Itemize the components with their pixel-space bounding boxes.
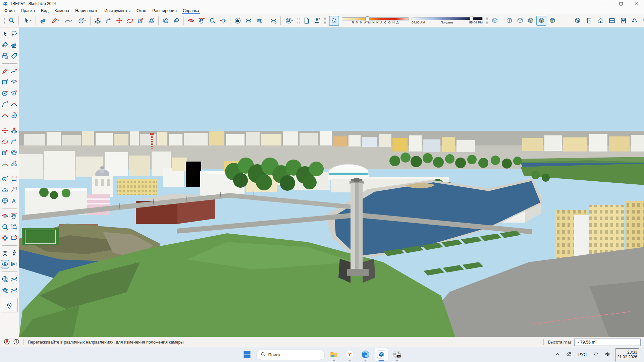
clock[interactable]: 23:33 21.02.2026: [615, 348, 639, 361]
toolbar-flip[interactable]: [146, 16, 156, 26]
toolbar-select[interactable]: ▾: [21, 16, 34, 26]
tool-zoom-extents[interactable]: [1, 234, 9, 242]
tool-three-point-arc[interactable]: [1, 111, 9, 120]
dropdown-caret-icon[interactable]: ▾: [57, 19, 59, 22]
menu-item-окно[interactable]: Окно: [133, 7, 149, 14]
tool-follow-me[interactable]: [10, 137, 18, 146]
toolbar-avatar[interactable]: ▾: [283, 16, 296, 26]
tool-move[interactable]: [1, 126, 9, 135]
tool-paint-bucket[interactable]: [1, 41, 9, 49]
toolbar-building-tool[interactable]: [595, 16, 605, 26]
toolbar-paint-bucket[interactable]: [171, 16, 181, 26]
tool-swap-objects[interactable]: [10, 275, 18, 284]
tool-location-pin[interactable]: [5, 301, 14, 310]
tool-swap-settings[interactable]: [10, 286, 18, 295]
toolbar-add-collaborator[interactable]: [312, 16, 322, 26]
date-slider-handle[interactable]: [366, 16, 369, 22]
language-indicator[interactable]: РУС: [577, 351, 588, 358]
toolbar-drag-grip[interactable]: [2, 16, 5, 25]
tool-freehand[interactable]: [10, 67, 18, 75]
menu-item-инструменты[interactable]: Инструменты: [101, 7, 133, 14]
toolbar-two-point-arc[interactable]: ▾: [62, 16, 75, 26]
wifi-button[interactable]: [592, 350, 600, 359]
tool-line[interactable]: [1, 67, 9, 75]
style-monochrome-mode[interactable]: [547, 16, 557, 26]
time-slider-handle[interactable]: [470, 16, 473, 21]
tool-rotate[interactable]: [1, 137, 9, 146]
toolbar-orbit[interactable]: [186, 16, 196, 26]
tool-tag[interactable]: [10, 52, 18, 60]
tool-select[interactable]: [1, 29, 9, 38]
style-shaded-textures-mode[interactable]: [536, 16, 546, 26]
tool-scale[interactable]: [1, 148, 9, 157]
tool-rectangle[interactable]: [1, 78, 9, 86]
menu-item-вид[interactable]: Вид: [38, 7, 52, 14]
tool-layer-export[interactable]: [1, 286, 9, 295]
toolbar-layer-export[interactable]: [254, 16, 264, 26]
file-explorer-button[interactable]: [327, 348, 341, 361]
toolbar-offset[interactable]: [161, 16, 171, 26]
tool-push-pull[interactable]: [10, 126, 18, 135]
toolbar-roof-tool[interactable]: [630, 16, 640, 26]
tool-flip[interactable]: [10, 159, 18, 168]
tool-pan[interactable]: [10, 212, 18, 220]
tool-protractor[interactable]: [1, 185, 9, 194]
3d-viewport[interactable]: [19, 27, 644, 337]
toolbar-scale[interactable]: [136, 16, 146, 26]
style-xray-mode[interactable]: [490, 16, 500, 26]
google-earth-button[interactable]: Pro: [390, 348, 404, 361]
toolbar-zoom-extents[interactable]: [218, 16, 228, 26]
toolbar-zoom[interactable]: [207, 16, 217, 26]
toolbar-rotate[interactable]: [125, 16, 135, 26]
menu-item-расширения[interactable]: Расширения: [149, 7, 180, 14]
tool-circle[interactable]: [1, 89, 9, 98]
toolbar-drag-grip[interactable]: [324, 16, 326, 25]
shadow-date-slider[interactable]: Я Ф М А М И И А С О Н Д: [342, 17, 409, 24]
tool-walk[interactable]: [10, 249, 18, 257]
tool-axes-globe[interactable]: [1, 196, 9, 205]
tool-look-around[interactable]: [1, 260, 9, 268]
toolbar-component-browser[interactable]: [232, 16, 243, 26]
toolbar-search[interactable]: [6, 16, 16, 26]
date-slider-track[interactable]: [342, 17, 409, 20]
onedrive-button[interactable]: [565, 350, 573, 359]
close-button[interactable]: [629, 0, 644, 7]
shadow-time-slider[interactable]: 04:03 AM Полдень 09:04 PM: [412, 17, 483, 24]
style-hidden-line-mode[interactable]: [515, 16, 525, 26]
help-info-button[interactable]: [13, 339, 19, 346]
tool-previous-view[interactable]: [10, 234, 18, 242]
maximize-button[interactable]: [613, 0, 629, 7]
tool-two-point-arc[interactable]: [10, 100, 18, 109]
shadows-toggle-button[interactable]: [329, 16, 339, 26]
toolbar-new-file[interactable]: [301, 16, 311, 26]
toolbar-wall-tool[interactable]: [641, 16, 644, 26]
tool-zoom[interactable]: [1, 223, 9, 231]
toolbar-pan[interactable]: [197, 16, 207, 26]
start-button[interactable]: [240, 348, 254, 361]
toolbar-move[interactable]: [114, 16, 124, 26]
tool-eye-dir[interactable]: [10, 260, 18, 268]
geolocation-button[interactable]: [3, 339, 10, 346]
toolbar-drag-grip[interactable]: [297, 16, 300, 25]
toolbar-push-pull[interactable]: [93, 16, 103, 26]
tool-arc[interactable]: [1, 100, 9, 109]
minimize-button[interactable]: [598, 0, 613, 7]
toolbar-eraser[interactable]: [38, 16, 48, 26]
menu-item-справка[interactable]: Справка: [180, 7, 202, 14]
style-wireframe-mode[interactable]: [504, 16, 514, 26]
menu-item-камера[interactable]: Камера: [52, 7, 72, 14]
tool-lasso[interactable]: [10, 29, 18, 38]
toolbar-circle[interactable]: ▾: [75, 16, 88, 26]
tool-zoom-window[interactable]: [10, 223, 18, 231]
tray-overflow-button[interactable]: [553, 350, 561, 359]
dropdown-caret-icon[interactable]: ▾: [71, 19, 72, 22]
tool-eraser[interactable]: [10, 41, 18, 49]
eye-height-input[interactable]: [574, 339, 641, 346]
edge-browser-button[interactable]: [359, 348, 372, 361]
dropdown-caret-icon[interactable]: ▾: [84, 19, 86, 22]
toolbar-component-box[interactable]: [573, 16, 583, 26]
toolbar-drag-grip[interactable]: [486, 16, 488, 25]
tool-components[interactable]: [1, 52, 9, 60]
tool-position-camera[interactable]: [1, 249, 9, 257]
dropdown-caret-icon[interactable]: ▾: [30, 19, 31, 22]
